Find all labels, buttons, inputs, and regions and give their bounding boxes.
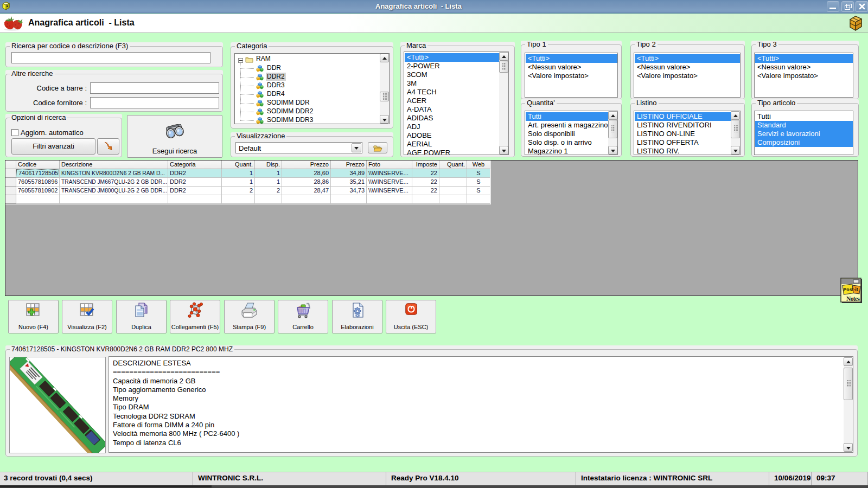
svg-text:Notes: Notes xyxy=(846,296,860,302)
svg-text:Post-it: Post-it xyxy=(844,287,858,292)
